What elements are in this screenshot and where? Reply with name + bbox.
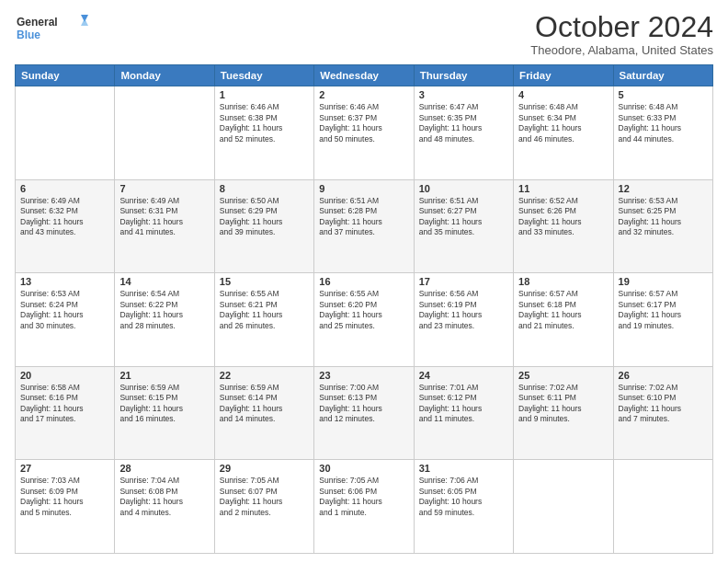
day-number: 13 (20, 276, 109, 287)
svg-text:General: General (17, 16, 58, 29)
calendar-table: Sunday Monday Tuesday Wednesday Thursday… (15, 64, 713, 554)
header: General Blue October 2024 Theodore, Alab… (15, 11, 713, 57)
week-row-0: 1Sunrise: 6:46 AM Sunset: 6:38 PM Daylig… (16, 86, 713, 180)
calendar-cell: 2Sunrise: 6:46 AM Sunset: 6:37 PM Daylig… (314, 86, 414, 180)
day-info: Sunrise: 6:47 AM Sunset: 6:35 PM Dayligh… (419, 102, 508, 144)
day-info: Sunrise: 6:57 AM Sunset: 6:18 PM Dayligh… (518, 289, 608, 331)
day-number: 10 (419, 183, 508, 194)
calendar-cell: 9Sunrise: 6:51 AM Sunset: 6:28 PM Daylig… (314, 179, 414, 273)
day-info: Sunrise: 6:51 AM Sunset: 6:27 PM Dayligh… (419, 196, 508, 238)
day-number: 31 (419, 463, 508, 474)
calendar-cell: 31Sunrise: 7:06 AM Sunset: 6:05 PM Dayli… (414, 460, 513, 554)
day-info: Sunrise: 7:00 AM Sunset: 6:13 PM Dayligh… (319, 383, 408, 425)
calendar-cell: 23Sunrise: 7:00 AM Sunset: 6:13 PM Dayli… (314, 366, 414, 460)
day-info: Sunrise: 6:49 AM Sunset: 6:31 PM Dayligh… (119, 196, 209, 238)
calendar-cell: 12Sunrise: 6:53 AM Sunset: 6:25 PM Dayli… (613, 179, 712, 273)
calendar-cell (115, 86, 214, 180)
day-info: Sunrise: 6:57 AM Sunset: 6:17 PM Dayligh… (619, 289, 708, 331)
day-number: 12 (619, 183, 708, 194)
month-title: October 2024 (530, 11, 713, 43)
col-monday: Monday (115, 65, 214, 86)
day-number: 2 (319, 89, 408, 100)
day-info: Sunrise: 7:05 AM Sunset: 6:06 PM Dayligh… (319, 476, 408, 518)
week-row-3: 20Sunrise: 6:58 AM Sunset: 6:16 PM Dayli… (16, 366, 713, 460)
calendar-cell: 21Sunrise: 6:59 AM Sunset: 6:15 PM Dayli… (115, 366, 214, 460)
title-block: October 2024 Theodore, Alabama, United S… (530, 11, 713, 57)
day-number: 28 (119, 463, 209, 474)
calendar-cell: 26Sunrise: 7:02 AM Sunset: 6:10 PM Dayli… (613, 366, 712, 460)
col-thursday: Thursday (414, 65, 513, 86)
day-info: Sunrise: 6:54 AM Sunset: 6:22 PM Dayligh… (119, 289, 209, 331)
calendar-cell (16, 86, 115, 180)
page: General Blue October 2024 Theodore, Alab… (0, 0, 728, 563)
day-number: 26 (619, 370, 708, 381)
day-info: Sunrise: 7:02 AM Sunset: 6:10 PM Dayligh… (619, 383, 708, 425)
calendar-cell: 18Sunrise: 6:57 AM Sunset: 6:18 PM Dayli… (514, 273, 613, 367)
day-number: 15 (220, 276, 309, 287)
day-number: 7 (119, 183, 209, 194)
calendar-cell: 16Sunrise: 6:55 AM Sunset: 6:20 PM Dayli… (314, 273, 414, 367)
calendar-cell (613, 460, 712, 554)
calendar-cell: 20Sunrise: 6:58 AM Sunset: 6:16 PM Dayli… (16, 366, 115, 460)
day-number: 20 (20, 370, 109, 381)
calendar-cell: 5Sunrise: 6:48 AM Sunset: 6:33 PM Daylig… (613, 86, 712, 180)
week-row-4: 27Sunrise: 7:03 AM Sunset: 6:09 PM Dayli… (16, 460, 713, 554)
day-number: 17 (419, 276, 508, 287)
calendar-cell: 4Sunrise: 6:48 AM Sunset: 6:34 PM Daylig… (514, 86, 613, 180)
calendar-cell: 15Sunrise: 6:55 AM Sunset: 6:21 PM Dayli… (214, 273, 313, 367)
calendar-cell: 13Sunrise: 6:53 AM Sunset: 6:24 PM Dayli… (16, 273, 115, 367)
day-info: Sunrise: 6:55 AM Sunset: 6:20 PM Dayligh… (319, 289, 408, 331)
col-tuesday: Tuesday (214, 65, 313, 86)
day-info: Sunrise: 7:03 AM Sunset: 6:09 PM Dayligh… (20, 476, 109, 518)
day-info: Sunrise: 7:02 AM Sunset: 6:11 PM Dayligh… (518, 383, 608, 425)
day-info: Sunrise: 6:51 AM Sunset: 6:28 PM Dayligh… (319, 196, 408, 238)
logo-svg: General Blue (15, 11, 88, 46)
calendar-cell: 22Sunrise: 6:59 AM Sunset: 6:14 PM Dayli… (214, 366, 313, 460)
day-info: Sunrise: 6:59 AM Sunset: 6:14 PM Dayligh… (220, 383, 309, 425)
calendar-cell: 1Sunrise: 6:46 AM Sunset: 6:38 PM Daylig… (214, 86, 313, 180)
day-number: 18 (518, 276, 608, 287)
day-info: Sunrise: 6:50 AM Sunset: 6:29 PM Dayligh… (220, 196, 309, 238)
day-info: Sunrise: 7:05 AM Sunset: 6:07 PM Dayligh… (220, 476, 309, 518)
week-row-1: 6Sunrise: 6:49 AM Sunset: 6:32 PM Daylig… (16, 179, 713, 273)
day-number: 6 (20, 183, 109, 194)
day-info: Sunrise: 6:48 AM Sunset: 6:33 PM Dayligh… (619, 102, 708, 144)
calendar-cell: 28Sunrise: 7:04 AM Sunset: 6:08 PM Dayli… (115, 460, 214, 554)
day-info: Sunrise: 7:01 AM Sunset: 6:12 PM Dayligh… (419, 383, 508, 425)
week-row-2: 13Sunrise: 6:53 AM Sunset: 6:24 PM Dayli… (16, 273, 713, 367)
logo: General Blue (15, 11, 88, 46)
calendar-cell: 10Sunrise: 6:51 AM Sunset: 6:27 PM Dayli… (414, 179, 513, 273)
day-info: Sunrise: 6:46 AM Sunset: 6:38 PM Dayligh… (220, 102, 309, 144)
day-info: Sunrise: 6:48 AM Sunset: 6:34 PM Dayligh… (518, 102, 608, 144)
calendar-cell: 7Sunrise: 6:49 AM Sunset: 6:31 PM Daylig… (115, 179, 214, 273)
day-number: 27 (20, 463, 109, 474)
day-number: 21 (119, 370, 209, 381)
day-number: 9 (319, 183, 408, 194)
calendar-cell: 17Sunrise: 6:56 AM Sunset: 6:19 PM Dayli… (414, 273, 513, 367)
day-info: Sunrise: 6:53 AM Sunset: 6:24 PM Dayligh… (20, 289, 109, 331)
day-number: 14 (119, 276, 209, 287)
calendar-cell: 11Sunrise: 6:52 AM Sunset: 6:26 PM Dayli… (514, 179, 613, 273)
col-friday: Friday (514, 65, 613, 86)
svg-marker-3 (81, 18, 88, 26)
day-number: 8 (220, 183, 309, 194)
day-number: 4 (518, 89, 608, 100)
day-info: Sunrise: 7:06 AM Sunset: 6:05 PM Dayligh… (419, 476, 508, 518)
day-number: 24 (419, 370, 508, 381)
svg-text:Blue: Blue (17, 29, 40, 41)
col-sunday: Sunday (16, 65, 115, 86)
col-saturday: Saturday (613, 65, 712, 86)
calendar-cell: 6Sunrise: 6:49 AM Sunset: 6:32 PM Daylig… (16, 179, 115, 273)
calendar-cell: 3Sunrise: 6:47 AM Sunset: 6:35 PM Daylig… (414, 86, 513, 180)
day-info: Sunrise: 6:49 AM Sunset: 6:32 PM Dayligh… (20, 196, 109, 238)
day-info: Sunrise: 7:04 AM Sunset: 6:08 PM Dayligh… (119, 476, 209, 518)
day-number: 19 (619, 276, 708, 287)
day-number: 23 (319, 370, 408, 381)
calendar-cell: 27Sunrise: 7:03 AM Sunset: 6:09 PM Dayli… (16, 460, 115, 554)
day-info: Sunrise: 6:53 AM Sunset: 6:25 PM Dayligh… (619, 196, 708, 238)
day-number: 16 (319, 276, 408, 287)
day-number: 25 (518, 370, 608, 381)
day-info: Sunrise: 6:56 AM Sunset: 6:19 PM Dayligh… (419, 289, 508, 331)
day-info: Sunrise: 6:55 AM Sunset: 6:21 PM Dayligh… (220, 289, 309, 331)
day-number: 29 (220, 463, 309, 474)
